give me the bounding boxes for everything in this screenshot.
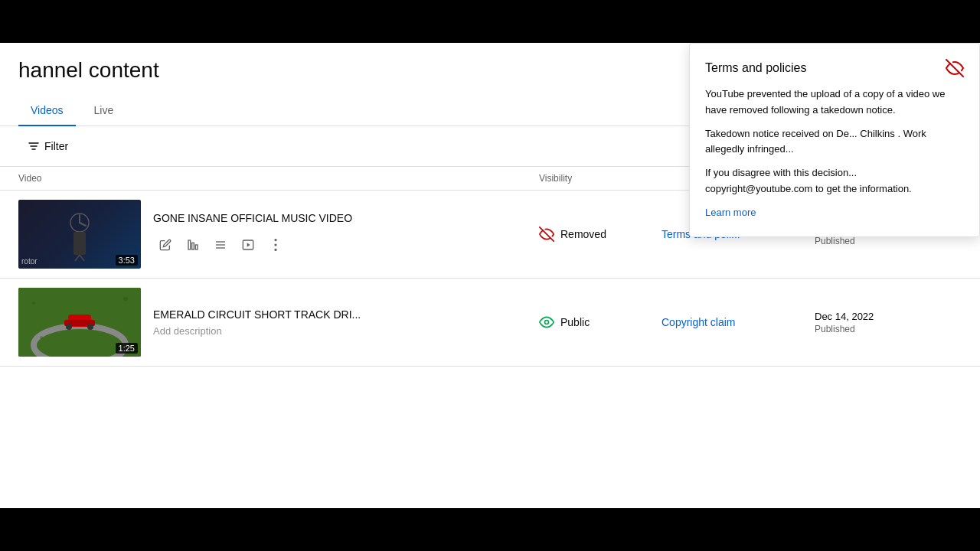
svg-rect-6	[188, 240, 191, 249]
black-bar-top	[0, 0, 980, 43]
thumb-duration: 3:53	[116, 255, 138, 266]
status-1: Published	[815, 236, 937, 246]
analytics-button-1[interactable]	[181, 233, 205, 257]
svg-point-25	[123, 297, 128, 302]
status-2: Published	[815, 324, 937, 334]
public-icon	[539, 315, 554, 330]
thumbnail-1: rotor 3:53	[18, 200, 141, 269]
preview-button-1[interactable]	[236, 233, 260, 257]
black-bar-bottom	[0, 508, 980, 551]
thumb1-art	[57, 207, 103, 261]
tab-videos[interactable]: Videos	[18, 95, 76, 126]
removed-icon	[539, 227, 554, 242]
terms-tooltip: Terms and policies YouTube prevented the…	[689, 43, 980, 237]
more-button-1[interactable]	[263, 233, 288, 257]
svg-point-14	[274, 239, 276, 241]
svg-point-15	[274, 243, 276, 246]
thumb-duration-2: 1:25	[116, 343, 138, 354]
video-cell-2: 1:25 EMERALD CIRCUIT SHORT TRACK DRI... …	[18, 288, 539, 357]
learn-more-link[interactable]: Learn more	[705, 207, 756, 218]
restriction-cell-2[interactable]: Copyright claim	[662, 316, 815, 328]
filter-icon	[28, 140, 40, 152]
thumbnail-2: 1:25	[18, 288, 141, 357]
svg-marker-13	[247, 243, 250, 246]
tooltip-body: YouTube prevented the upload of a copy o…	[705, 86, 964, 221]
svg-line-5	[80, 255, 84, 261]
tooltip-line3: If you disagree with this decision... co…	[705, 165, 964, 197]
thumb-logo: rotor	[21, 257, 38, 266]
col-visibility: Visibility	[539, 173, 662, 184]
svg-point-27	[545, 321, 549, 324]
tab-live[interactable]: Live	[82, 95, 126, 126]
details-button-1[interactable]	[208, 233, 233, 257]
col-video: Video	[18, 173, 539, 184]
video-info-2: EMERALD CIRCUIT SHORT TRACK DRI... Add d…	[153, 308, 539, 337]
visibility-text-1: Removed	[560, 228, 606, 240]
visibility-cell-2: Public	[539, 315, 662, 330]
tooltip-line2: Takedown notice received on De... Chilki…	[705, 126, 964, 158]
date-cell-2: Dec 14, 2022 Published	[815, 311, 937, 334]
svg-line-4	[75, 255, 80, 261]
tooltip-title: Terms and policies	[705, 61, 807, 75]
svg-point-26	[40, 336, 43, 339]
visibility-text-2: Public	[560, 316, 590, 328]
svg-point-16	[274, 249, 276, 251]
tooltip-line1: YouTube prevented the upload of a copy o…	[705, 86, 964, 119]
video-cell-1: rotor 3:53 GONE INSANE OFFICIAL MUSIC VI…	[18, 200, 539, 269]
video-title-1: GONE INSANE OFFICIAL MUSIC VIDEO	[153, 211, 539, 227]
video-actions-1	[153, 233, 539, 257]
edit-button-1[interactable]	[153, 233, 178, 257]
svg-point-24	[32, 302, 35, 305]
video-desc-2: Add description	[153, 325, 539, 337]
video-info-1: GONE INSANE OFFICIAL MUSIC VIDEO	[153, 211, 539, 257]
tooltip-header: Terms and policies	[705, 59, 964, 77]
svg-point-23	[87, 324, 93, 330]
date-2: Dec 14, 2022	[815, 311, 937, 322]
filter-button[interactable]: Filter	[18, 135, 77, 157]
table-row: 1:25 EMERALD CIRCUIT SHORT TRACK DRI... …	[0, 279, 980, 367]
svg-rect-3	[74, 232, 86, 255]
svg-rect-7	[192, 243, 194, 249]
video-title-2: EMERALD CIRCUIT SHORT TRACK DRI...	[153, 308, 539, 323]
eye-slash-icon	[946, 59, 964, 77]
svg-line-2	[80, 223, 86, 226]
svg-point-22	[66, 324, 72, 330]
svg-rect-8	[195, 245, 198, 249]
visibility-cell-1: Removed	[539, 227, 662, 242]
